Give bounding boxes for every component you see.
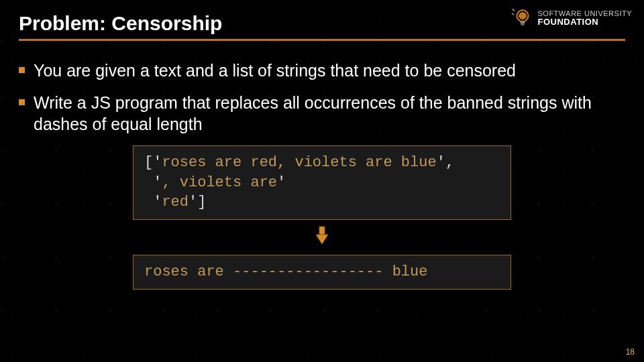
svg-rect-1	[520, 21, 525, 23]
brand-line2: FOUNDATION	[538, 17, 633, 26]
code-punct: ['	[144, 154, 162, 171]
page-number: 18	[626, 347, 635, 357]
code-string: roses are red, violets are blue	[162, 154, 436, 171]
code-string: , violets are	[162, 174, 277, 191]
code-punct: '	[144, 174, 162, 191]
output-text: roses are ----------------- blue	[144, 263, 427, 280]
svg-rect-5	[319, 227, 325, 235]
down-arrow-icon	[133, 220, 511, 248]
code-punct: ']	[189, 194, 206, 210]
bullet-item: Write a JS program that replaces all occ…	[19, 92, 625, 135]
code-punct: '	[144, 194, 162, 210]
code-string: red	[162, 194, 189, 210]
output-block: roses are ----------------- blue	[133, 255, 511, 290]
input-code-block: ['roses are red, violets are blue', ', v…	[133, 145, 511, 220]
svg-line-4	[512, 9, 514, 11]
bullet-item: You are given a text and a list of strin…	[19, 60, 625, 81]
code-punct: ',	[437, 154, 454, 171]
bullet-list: You are given a text and a list of strin…	[19, 60, 625, 135]
brand-text: SOFTWARE UNIVERSITY FOUNDATION	[538, 10, 633, 26]
svg-marker-6	[316, 235, 328, 244]
code-punct: '	[277, 174, 286, 191]
svg-rect-2	[521, 24, 524, 26]
svg-line-3	[511, 13, 513, 15]
brand-logo: SOFTWARE UNIVERSITY FOUNDATION	[511, 7, 633, 29]
lightbulb-gear-icon	[511, 7, 534, 29]
